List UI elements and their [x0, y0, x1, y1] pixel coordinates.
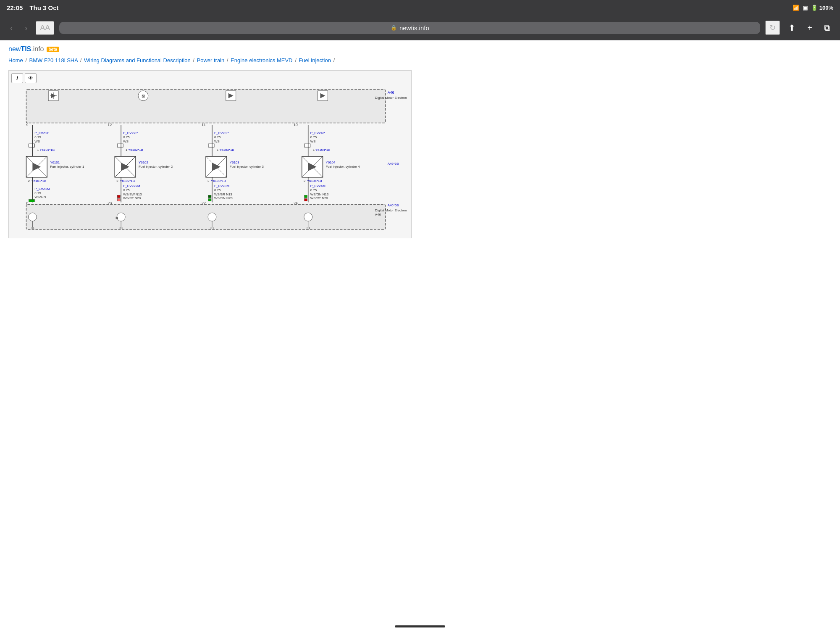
- svg-text:WS/RT  N20: WS/RT N20: [123, 196, 141, 200]
- svg-rect-85: [208, 198, 211, 201]
- svg-text:22: 22: [202, 201, 206, 205]
- svg-rect-84: [208, 195, 211, 198]
- svg-text:WS/GN: WS/GN: [34, 195, 46, 199]
- svg-rect-25: [29, 144, 34, 147]
- svg-text:1: 1: [313, 148, 315, 152]
- svg-text:11: 11: [202, 123, 206, 127]
- svg-text:Y6102: Y6102: [139, 161, 149, 164]
- svg-rect-0: [26, 90, 385, 123]
- svg-text:1: 1: [217, 148, 219, 152]
- info-icon: i: [16, 75, 18, 81]
- svg-text:Y6104: Y6104: [326, 161, 336, 164]
- svg-text:1: 1: [37, 148, 39, 152]
- svg-text:2: 2: [116, 179, 118, 182]
- svg-text:0.75: 0.75: [310, 135, 317, 139]
- svg-text:Y6103*1B: Y6103*1B: [211, 179, 226, 182]
- refresh-button[interactable]: ↻: [765, 21, 780, 35]
- svg-text:P_EVZ2P: P_EVZ2P: [123, 131, 138, 135]
- svg-rect-1: [26, 204, 385, 229]
- svg-text:WS/BR  N13: WS/BR N13: [214, 192, 232, 196]
- svg-text:0.75: 0.75: [34, 135, 41, 139]
- status-time: 22:05: [7, 4, 23, 11]
- svg-text:Fuel injector, cylinder 1: Fuel injector, cylinder 1: [50, 165, 84, 169]
- svg-text:P_EVZ22M: P_EVZ22M: [123, 184, 140, 187]
- svg-text:P_EVZ3P: P_EVZ3P: [214, 131, 229, 135]
- svg-text:WS: WS: [123, 140, 129, 143]
- svg-text:0.75: 0.75: [123, 188, 130, 192]
- signal-icon: ▣: [803, 5, 808, 11]
- svg-text:WS: WS: [214, 140, 220, 143]
- status-date: Thu 3 Oct: [29, 4, 58, 11]
- svg-rect-106: [304, 195, 307, 198]
- new-tab-button[interactable]: +: [804, 21, 816, 34]
- svg-text:Y6104*1B: Y6104*1B: [315, 148, 331, 152]
- reader-button[interactable]: AA: [36, 21, 54, 35]
- breadcrumb-bmw[interactable]: BMW F20 118i SHA: [29, 57, 78, 63]
- breadcrumb-fuel[interactable]: Fuel injection: [299, 57, 331, 63]
- svg-text:31: 31: [210, 226, 214, 230]
- breadcrumb-engine[interactable]: Engine electronics MEVD: [231, 57, 292, 63]
- breadcrumb: Home / BMW F20 118i SHA / Wiring Diagram…: [8, 56, 832, 65]
- svg-text:WS/GN  N13: WS/GN N13: [310, 192, 329, 196]
- svg-text:23: 23: [108, 201, 112, 205]
- svg-text:2: 2: [304, 179, 306, 182]
- tabs-button[interactable]: ⧉: [821, 21, 833, 34]
- svg-text:Y6101*1B: Y6101*1B: [31, 179, 46, 182]
- svg-text:0.75: 0.75: [214, 188, 221, 192]
- svg-text:P_EVZ1P: P_EVZ1P: [34, 131, 49, 135]
- home-indicator: [395, 625, 445, 627]
- svg-text:31: 31: [31, 226, 34, 230]
- svg-text:Digital Motor Electronics: Digital Motor Electronics: [375, 96, 407, 100]
- back-button[interactable]: ‹: [7, 21, 16, 34]
- svg-text:WS: WS: [310, 140, 316, 143]
- svg-point-122: [304, 213, 312, 221]
- svg-text:A46*6B: A46*6B: [388, 203, 399, 207]
- svg-text:P_EVZ1M: P_EVZ1M: [34, 187, 50, 190]
- svg-text:24: 24: [294, 201, 298, 205]
- svg-rect-45: [117, 144, 123, 147]
- breadcrumb-powertrain[interactable]: Power train: [197, 57, 224, 63]
- info-button[interactable]: i: [11, 73, 23, 83]
- svg-rect-62: [117, 195, 120, 198]
- svg-text:10: 10: [294, 123, 298, 127]
- breadcrumb-home[interactable]: Home: [8, 57, 23, 63]
- diagram-container: i 👁 A46 Digital Motor Electronics A46*6B…: [8, 70, 412, 238]
- svg-text:0.75: 0.75: [310, 188, 317, 192]
- svg-text:Fuel injector, cylinder 3: Fuel injector, cylinder 3: [230, 165, 264, 169]
- svg-text:A46*6B: A46*6B: [388, 162, 399, 166]
- svg-text:1: 1: [126, 148, 128, 152]
- svg-text:Y6101: Y6101: [50, 161, 60, 164]
- svg-text:⊠: ⊠: [142, 94, 145, 98]
- svg-text:0.75: 0.75: [214, 135, 221, 139]
- svg-text:31: 31: [307, 226, 310, 230]
- status-bar: 22:05 Thu 3 Oct 📶 ▣ 🔋 100%: [0, 0, 840, 15]
- breadcrumb-wiring[interactable]: Wiring Diagrams and Functional Descripti…: [84, 57, 191, 63]
- site-logo: newTIS.info: [8, 45, 44, 53]
- wifi-icon: 📶: [793, 5, 799, 11]
- address-bar[interactable]: 🔒 newtis.info: [59, 22, 760, 34]
- svg-text:8: 8: [26, 201, 28, 205]
- svg-text:A46: A46: [388, 90, 394, 95]
- svg-text:P_EVZ3M: P_EVZ3M: [214, 184, 229, 187]
- svg-text:0.75: 0.75: [123, 135, 130, 139]
- svg-text:WS/SW  N13: WS/SW N13: [123, 192, 142, 196]
- svg-text:WS/GN  N20: WS/GN N20: [214, 196, 233, 200]
- svg-rect-67: [208, 144, 214, 147]
- svg-text:Fuel injector, cylinder 2: Fuel injector, cylinder 2: [139, 165, 173, 169]
- browser-actions: ⬆ + ⧉: [785, 21, 833, 34]
- svg-rect-63: [117, 198, 120, 201]
- svg-rect-89: [304, 144, 310, 147]
- svg-point-119: [208, 213, 216, 221]
- beta-badge: beta: [47, 47, 60, 52]
- share-button[interactable]: ⬆: [785, 21, 799, 34]
- svg-text:Y6101*1B: Y6101*1B: [39, 148, 55, 152]
- svg-text:9: 9: [26, 123, 28, 127]
- svg-text:Y6103: Y6103: [230, 161, 240, 164]
- eye-icon: 👁: [28, 75, 33, 81]
- battery-icon: 🔋 100%: [811, 5, 833, 11]
- view-button[interactable]: 👁: [25, 73, 37, 83]
- forward-button[interactable]: ›: [21, 21, 31, 34]
- lock-icon: 🔒: [391, 25, 397, 31]
- svg-text:Y6104*1B: Y6104*1B: [307, 179, 322, 182]
- svg-text:Y6102*1B: Y6102*1B: [120, 179, 135, 182]
